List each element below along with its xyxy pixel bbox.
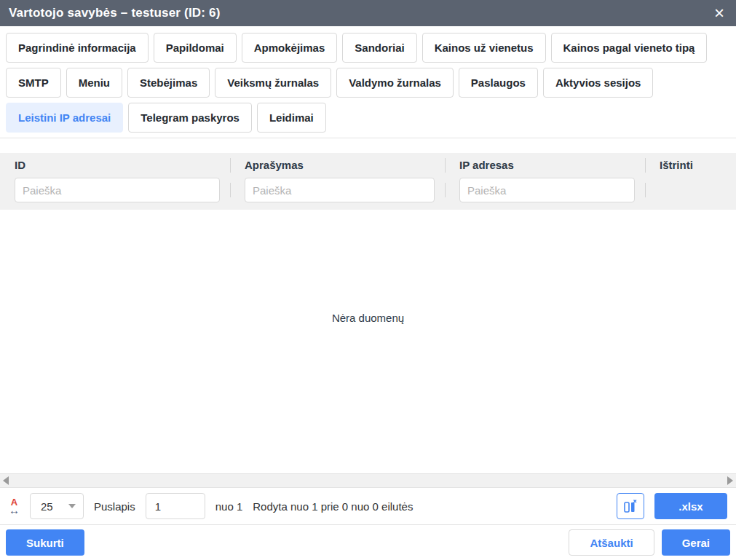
dialog-titlebar: Vartotojo savybės – testuser (ID: 6) × — [0, 0, 736, 26]
chevron-down-icon — [68, 504, 76, 508]
tab-valdymo-zurnalas[interactable]: Valdymo žurnalas — [336, 68, 454, 98]
column-visibility-icon — [622, 498, 638, 514]
page-size-select[interactable]: 25 — [30, 493, 84, 519]
horizontal-scrollbar[interactable] — [0, 473, 736, 488]
scroll-left-arrow-icon[interactable] — [3, 476, 9, 485]
export-xlsx-button[interactable]: .xlsx — [654, 493, 727, 519]
column-header-label: IP adresas — [459, 159, 514, 171]
column-search-row — [0, 175, 736, 210]
column-visibility-button[interactable] — [617, 493, 644, 519]
tab-pagrindine-informacija[interactable]: Pagrindinė informacija — [6, 33, 149, 63]
tab-leistini-ip-adresai[interactable]: Leistini IP adresai — [6, 103, 123, 133]
page-label: Puslapis — [94, 500, 135, 513]
cancel-button[interactable]: Atšaukti — [569, 529, 654, 556]
tab-meniu[interactable]: Meniu — [66, 68, 122, 98]
search-cell-id — [0, 178, 230, 202]
tab-row-1: Pagrindinė informacija Papildomai Apmokė… — [6, 33, 730, 63]
column-header-label: Ištrinti — [660, 159, 693, 171]
rows-summary: Rodyta nuo 1 prie 0 nuo 0 eilutės — [253, 500, 413, 513]
tab-aktyvios-sesijos[interactable]: Aktyvios sesijos — [543, 68, 654, 98]
tab-kainos-uz-vienetus[interactable]: Kainos už vienetus — [422, 33, 546, 63]
table-header: ID Aprašymas IP adresas Ištrinti — [0, 153, 736, 210]
tab-leidimai[interactable]: Leidimai — [257, 103, 326, 133]
autofit-arrow: ↔ — [9, 505, 20, 516]
column-header-istrinti[interactable]: Ištrinti — [645, 159, 736, 172]
scroll-right-arrow-icon[interactable] — [727, 476, 733, 485]
dialog-title: Vartotojo savybės – testuser (ID: 6) — [9, 6, 713, 20]
page-number-input[interactable] — [146, 493, 205, 519]
autofit-columns-icon[interactable]: A ↔ — [9, 497, 20, 516]
search-input-ip-adresas[interactable] — [459, 178, 635, 202]
pagination-bar: A ↔ 25 Puslapis nuo 1 Rodyta nuo 1 prie … — [0, 488, 736, 524]
tab-kainos-pagal-vieneto-tipa[interactable]: Kainos pagal vieneto tipą — [551, 33, 708, 63]
tab-stebejimas[interactable]: Stebėjimas — [127, 68, 210, 98]
page-size-value: 25 — [41, 500, 53, 513]
tab-apmokejimas[interactable]: Apmokėjimas — [242, 33, 338, 63]
tab-row-3: Leistini IP adresai Telegram paskyros Le… — [6, 103, 730, 133]
tab-paslaugos[interactable]: Paslaugos — [459, 68, 538, 98]
column-header-row: ID Aprašymas IP adresas Ištrinti — [0, 153, 736, 175]
dialog-action-bar: Sukurti Atšaukti Gerai — [0, 525, 736, 560]
column-header-id[interactable]: ID — [0, 159, 230, 172]
tab-row-2: SMTP Meniu Stebėjimas Veiksmų žurnalas V… — [6, 68, 730, 98]
search-input-aprasymas[interactable] — [245, 178, 435, 202]
column-header-label: ID — [15, 159, 25, 171]
create-button[interactable]: Sukurti — [6, 529, 84, 556]
search-cell-aprasymas — [230, 178, 445, 202]
column-header-ip-adresas[interactable]: IP adresas — [445, 159, 645, 172]
search-input-id[interactable] — [15, 178, 220, 202]
tab-strip: Pagrindinė informacija Papildomai Apmokė… — [0, 26, 736, 138]
column-header-label: Aprašymas — [245, 159, 304, 171]
tab-papildomai[interactable]: Papildomai — [154, 33, 237, 63]
user-properties-dialog: Vartotojo savybės – testuser (ID: 6) × P… — [0, 0, 736, 560]
column-header-aprasymas[interactable]: Aprašymas — [230, 159, 445, 172]
page-total-label: nuo 1 — [215, 500, 243, 513]
tab-veiksmu-zurnalas[interactable]: Veiksmų žurnalas — [215, 68, 331, 98]
tab-telegram-paskyros[interactable]: Telegram paskyros — [128, 103, 252, 133]
empty-data-message: Nėra duomenų — [0, 210, 736, 324]
close-icon[interactable]: × — [713, 4, 726, 22]
table-body: Nėra duomenų — [0, 210, 736, 473]
tab-sandoriai[interactable]: Sandoriai — [342, 33, 416, 63]
search-cell-ip-adresas — [445, 178, 645, 202]
ok-button[interactable]: Gerai — [662, 529, 730, 556]
tab-smtp[interactable]: SMTP — [6, 68, 61, 98]
